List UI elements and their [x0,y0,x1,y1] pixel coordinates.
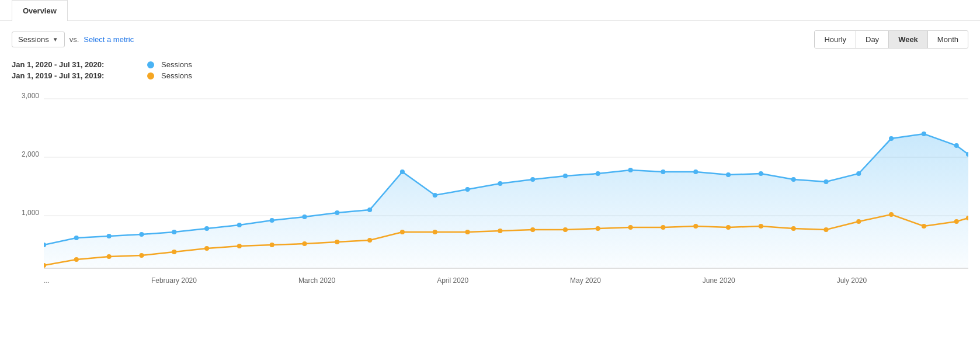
svg-point-20 [530,177,535,182]
svg-point-56 [726,225,731,230]
svg-point-42 [270,243,274,247]
svg-point-8 [139,232,144,237]
x-label-feb: February 2020 [151,276,197,285]
x-label-start: ... [44,276,50,285]
month-button[interactable]: Month [928,31,968,48]
legend-date-2019: Jan 1, 2019 - Jul 31, 2019: [12,71,140,80]
chart-svg [44,87,968,274]
svg-point-21 [563,174,568,178]
x-label-mar: March 2020 [298,276,335,285]
vs-label: vs. [69,35,79,44]
legend-row-2020: Jan 1, 2020 - Jul 31, 2020: Sessions [12,60,968,69]
svg-point-24 [661,169,665,174]
svg-point-12 [270,218,274,223]
svg-point-30 [856,171,861,176]
svg-point-36 [74,257,79,262]
svg-point-63 [954,219,959,224]
y-label-2000: 2,000 [22,150,39,158]
svg-point-52 [596,226,600,231]
svg-point-37 [107,254,112,259]
svg-point-28 [791,177,796,182]
svg-point-45 [367,238,372,243]
svg-point-50 [530,227,535,232]
legend-row-2019: Jan 1, 2019 - Jul 31, 2019: Sessions [12,71,968,80]
y-label-3000: 3,000 [22,92,39,100]
svg-point-13 [302,214,307,219]
select-metric-link[interactable]: Select a metric [84,35,134,44]
svg-point-7 [107,234,112,238]
svg-point-33 [954,143,959,148]
chart-wrapper: 3,000 2,000 1,000 [12,87,968,285]
svg-point-9 [172,230,176,234]
svg-point-46 [400,230,405,234]
controls-row: Sessions ▼ vs. Select a metric Hourly Da… [0,21,980,58]
svg-point-29 [823,179,828,184]
svg-point-49 [498,229,502,233]
x-label-apr: April 2020 [437,276,468,285]
svg-point-47 [433,230,437,234]
svg-point-10 [204,226,209,231]
svg-point-14 [335,210,339,215]
svg-point-61 [889,212,894,217]
svg-point-26 [726,172,731,177]
x-label-jun: June 2020 [703,276,735,285]
svg-point-54 [661,225,665,230]
svg-point-31 [889,136,894,141]
svg-point-62 [922,224,926,229]
metric-dropdown-label: Sessions [18,35,49,44]
day-button[interactable]: Day [856,31,889,48]
main-container: Overview Sessions ▼ vs. Select a metric … [0,0,980,346]
svg-point-25 [693,169,698,174]
svg-point-32 [922,132,926,136]
svg-point-18 [465,187,470,192]
svg-point-11 [237,223,242,227]
legend-label-2020: Sessions [161,60,192,69]
metric-dropdown[interactable]: Sessions ▼ [12,32,65,47]
svg-point-19 [498,181,502,186]
tab-bar: Overview [0,0,980,21]
legend-label-2019: Sessions [161,71,192,80]
svg-point-55 [693,224,698,229]
svg-point-59 [823,227,828,232]
svg-point-43 [302,241,307,246]
svg-point-27 [759,171,763,176]
time-period-buttons: Hourly Day Week Month [814,30,968,49]
svg-point-48 [465,230,470,234]
svg-point-23 [628,168,633,172]
svg-point-15 [367,207,372,212]
svg-point-22 [596,171,600,176]
svg-point-60 [856,219,861,224]
legend-dot-orange [147,72,154,79]
chart-area: 3,000 2,000 1,000 [0,87,980,290]
svg-marker-4 [44,134,968,268]
x-axis: ... February 2020 March 2020 April 2020 … [44,274,968,285]
svg-point-51 [563,227,568,232]
svg-point-6 [74,236,79,240]
tab-overview[interactable]: Overview [12,0,68,21]
svg-point-39 [172,250,176,254]
left-controls: Sessions ▼ vs. Select a metric [12,32,134,47]
svg-point-57 [759,224,763,229]
svg-point-17 [433,193,437,198]
x-label-jul: July 2020 [837,276,867,285]
hourly-button[interactable]: Hourly [815,31,856,48]
y-label-1000: 1,000 [22,209,39,217]
week-button[interactable]: Week [889,31,928,48]
svg-point-38 [139,253,144,258]
x-label-may: May 2020 [570,276,601,285]
svg-point-58 [791,226,796,231]
svg-point-40 [204,246,209,251]
svg-point-16 [400,169,405,174]
legend-date-2020: Jan 1, 2020 - Jul 31, 2020: [12,60,140,69]
dropdown-arrow-icon: ▼ [53,36,58,43]
svg-point-53 [628,225,633,230]
svg-point-44 [335,240,339,244]
legend: Jan 1, 2020 - Jul 31, 2020: Sessions Jan… [0,58,980,87]
svg-point-41 [237,244,242,248]
legend-dot-blue [147,61,154,68]
